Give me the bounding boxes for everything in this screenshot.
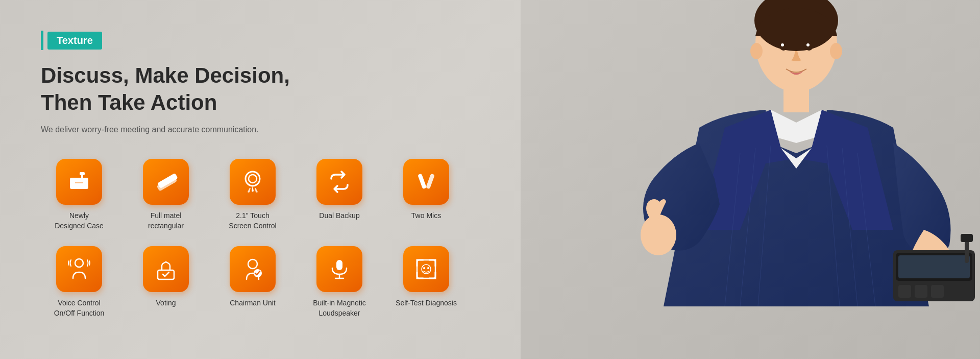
newly-designed-case-icon-box (56, 159, 102, 205)
two-mics-icon-box (403, 159, 449, 205)
svg-rect-35 (426, 174, 435, 189)
headline-line1: Discuss, Make Decision, (41, 62, 480, 89)
texture-badge: Texture (41, 31, 102, 50)
svg-rect-3 (783, 87, 809, 112)
voting-icon (153, 256, 179, 282)
feature-loudspeaker: Built-in MagneticLoudspeaker (301, 246, 378, 318)
touch-icon (239, 169, 266, 195)
chairman-icon (239, 256, 266, 282)
svg-point-36 (75, 259, 83, 267)
headline: Discuss, Make Decision, Then Take Action (41, 62, 480, 116)
voice-icon (66, 256, 92, 282)
svg-rect-13 (898, 255, 970, 278)
feature-two-mics: Two Mics (388, 159, 464, 231)
svg-rect-40 (336, 260, 342, 270)
voice-control-label: Voice ControlOn/Off Function (54, 298, 105, 318)
content-area: Texture Discuss, Make Decision, Then Tak… (0, 0, 521, 359)
feature-full-matel: Full matelrectangular (128, 159, 204, 231)
svg-point-21 (781, 43, 784, 46)
texture-bar (41, 31, 43, 50)
svg-rect-34 (418, 174, 427, 189)
svg-rect-18 (931, 285, 944, 298)
full-matel-label: Full matelrectangular (148, 211, 184, 231)
svg-point-22 (806, 43, 810, 46)
chairman-unit-icon-box (230, 246, 276, 292)
dual-backup-label: Dual Backup (319, 211, 359, 221)
texture-label: Texture (47, 32, 102, 50)
svg-point-23 (750, 43, 763, 59)
svg-point-10 (641, 214, 676, 255)
svg-rect-15 (961, 234, 973, 242)
feature-voting: Voting (128, 246, 204, 318)
metal-icon (153, 169, 179, 195)
voice-control-icon-box (56, 246, 102, 292)
self-test-icon-box (403, 246, 449, 292)
touch-screen-icon-box (230, 159, 276, 205)
feature-chairman-unit: Chairman Unit (214, 246, 291, 318)
feature-dual-backup: Dual Backup (301, 159, 378, 231)
case-icon (66, 169, 92, 195)
svg-point-38 (248, 259, 257, 269)
svg-rect-28 (80, 172, 85, 175)
svg-point-32 (246, 172, 260, 186)
loudspeaker-icon-box (316, 246, 362, 292)
newly-designed-case-label: NewlyDesigned Case (55, 211, 104, 231)
person-illustration (521, 0, 980, 359)
features-grid: NewlyDesigned Case Full matelrectangular (41, 159, 480, 318)
chairman-unit-label: Chairman Unit (230, 298, 275, 308)
person-area (521, 0, 980, 359)
touch-screen-label: 2.1" TouchScreen Control (229, 211, 276, 231)
full-matel-icon-box (143, 159, 189, 205)
voting-label: Voting (156, 298, 176, 308)
svg-point-46 (427, 267, 429, 269)
voting-icon-box (143, 246, 189, 292)
two-mics-label: Two Mics (411, 211, 441, 221)
speaker-icon (326, 256, 353, 282)
svg-rect-43 (417, 260, 435, 278)
svg-point-24 (830, 43, 842, 59)
page-wrapper: Texture Discuss, Make Decision, Then Tak… (0, 0, 980, 359)
self-test-label: Self-Test Diagnosis (396, 298, 457, 308)
subtext: We deliver worry-free meeting and accura… (41, 125, 480, 134)
feature-self-test: Self-Test Diagnosis (388, 246, 464, 318)
backup-icon (326, 169, 353, 195)
dual-backup-icon-box (316, 159, 362, 205)
feature-voice-control: Voice ControlOn/Off Function (41, 246, 117, 318)
svg-rect-17 (915, 285, 927, 298)
headline-line2: Then Take Action (41, 89, 480, 116)
mics-icon (413, 169, 439, 195)
svg-point-33 (249, 175, 257, 183)
feature-touch-screen: 2.1" TouchScreen Control (214, 159, 291, 231)
diagnosis-icon (413, 256, 439, 282)
loudspeaker-label: Built-in MagneticLoudspeaker (313, 298, 366, 318)
feature-newly-designed-case: NewlyDesigned Case (41, 159, 117, 231)
svg-rect-16 (898, 285, 911, 298)
svg-point-45 (423, 267, 425, 269)
